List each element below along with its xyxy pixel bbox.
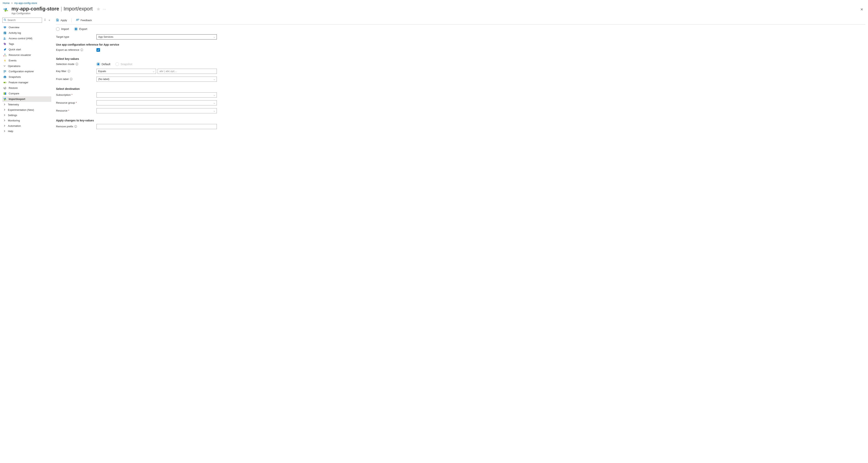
sidebar-item-label: Tags: [9, 42, 14, 46]
sidebar-group-operations[interactable]: Operations: [2, 63, 51, 69]
sidebar-item-import-export[interactable]: Import/export: [2, 96, 51, 102]
sidebar-item-label: Restore: [9, 86, 18, 89]
command-label: Feedback: [81, 19, 92, 22]
svg-rect-17: [5, 71, 6, 72]
sidebar-item-restore[interactable]: Restore: [2, 85, 51, 91]
sidebar-item-activity-log[interactable]: Activity log: [2, 30, 51, 36]
subscription-label: Subscription*: [56, 93, 96, 96]
info-icon[interactable]: i: [70, 78, 72, 80]
sidebar-expand-icon[interactable]: [43, 19, 47, 22]
chevron-right-icon: [3, 119, 6, 121]
svg-point-14: [4, 70, 4, 71]
sidebar-group-label: Experimentation (New): [8, 108, 34, 111]
mode-import-radio[interactable]: Import: [56, 27, 69, 31]
sidebar-item-label: Activity log: [9, 31, 21, 34]
sidebar-item-label: Snapshots: [9, 76, 21, 78]
apply-changes-heading: Apply changes to key-values: [56, 119, 273, 122]
sidebar-search-input[interactable]: [7, 19, 41, 22]
compare-icon: [3, 92, 7, 95]
sidebar-item-events[interactable]: Events: [2, 58, 51, 63]
resource-group-select[interactable]: ⌵: [96, 100, 217, 106]
command-bar: Apply Feedback: [56, 17, 865, 25]
chevron-right-icon: [3, 114, 6, 116]
info-icon[interactable]: i: [74, 125, 77, 128]
svg-point-11: [4, 54, 5, 55]
apply-button[interactable]: Apply: [56, 19, 67, 22]
sidebar-item-configuration-explorer[interactable]: Configuration explorer: [2, 69, 51, 74]
breadcrumb: Home > my-app-config-store: [0, 0, 868, 5]
more-actions-icon[interactable]: ···: [103, 8, 106, 11]
sidebar-group-monitoring[interactable]: Monitoring: [2, 118, 51, 123]
sidebar-group-label: Help: [8, 130, 13, 133]
mode-export-radio[interactable]: Export: [74, 27, 87, 31]
sidebar-group-settings[interactable]: Settings: [2, 113, 51, 118]
sidebar-item-snapshots[interactable]: Snapshots: [2, 74, 51, 80]
chevron-down-icon: ⌵: [214, 78, 215, 81]
resource-select[interactable]: ⌵: [96, 108, 217, 113]
sidebar-item-feature-manager[interactable]: Feature manager: [2, 80, 51, 85]
resource-sidebar: « Overview Activity log Access control (…: [0, 17, 51, 138]
chevron-right-icon: [3, 125, 6, 127]
save-icon: [56, 19, 59, 22]
sidebar-item-resource-visualizer[interactable]: Resource visualizer: [2, 52, 51, 58]
from-label-label: From label i: [56, 78, 96, 81]
feature-manager-icon: [3, 81, 7, 84]
svg-rect-3: [4, 28, 5, 28]
sidebar-item-label: Feature manager: [9, 81, 28, 84]
subscription-select[interactable]: ⌵: [96, 92, 217, 97]
favorite-star-icon[interactable]: ☆: [97, 7, 100, 11]
chevron-down-icon: ⌵: [214, 35, 215, 38]
selection-mode-label: Selection mode i: [56, 63, 96, 65]
chevron-right-icon: [3, 109, 6, 111]
remove-prefix-label: Remove prefix i: [56, 125, 96, 128]
overview-icon: [3, 26, 7, 29]
from-label-select[interactable]: (No label) ⌵: [96, 77, 217, 82]
tags-icon: [3, 42, 7, 46]
import-export-icon: [3, 97, 7, 101]
selection-mode-snapshot-radio: Snapshot: [115, 62, 132, 66]
svg-rect-2: [4, 26, 6, 28]
selection-mode-default-radio[interactable]: Default: [96, 62, 110, 66]
sidebar-search[interactable]: [2, 18, 42, 23]
info-icon[interactable]: i: [68, 70, 70, 73]
sidebar-item-label: Import/export: [9, 97, 25, 100]
sidebar-collapse-icon[interactable]: «: [48, 19, 51, 22]
sidebar-item-access-control[interactable]: Access control (IAM): [2, 36, 51, 41]
sidebar-group-label: Operations: [8, 64, 21, 67]
svg-rect-20: [4, 76, 5, 77]
chevron-right-icon: [3, 130, 6, 132]
sidebar-item-compare[interactable]: Compare: [2, 91, 51, 96]
select-destination-heading: Select destination: [56, 87, 273, 90]
search-icon: [4, 19, 6, 22]
export-as-reference-checkbox[interactable]: [96, 48, 100, 52]
toolbar-separator: [71, 18, 72, 22]
remove-prefix-input[interactable]: [96, 124, 217, 129]
sidebar-item-overview[interactable]: Overview: [2, 25, 51, 30]
breadcrumb-home[interactable]: Home: [3, 2, 10, 4]
events-icon: [3, 59, 7, 62]
quick-start-icon: [3, 48, 7, 51]
info-icon[interactable]: i: [75, 63, 78, 65]
resource-name: my-app-config-store: [11, 6, 59, 12]
sidebar-group-telemetry[interactable]: Telemetry: [2, 102, 51, 107]
sidebar-item-quick-start[interactable]: Quick start: [2, 47, 51, 52]
sidebar-group-experimentation[interactable]: Experimentation (New): [2, 107, 51, 113]
svg-rect-5: [4, 32, 6, 33]
breadcrumb-resource[interactable]: my-app-config-store: [14, 2, 37, 4]
key-filter-operator-select[interactable]: Equals ⌵: [96, 69, 156, 74]
close-blade-button[interactable]: ✕: [858, 6, 865, 13]
svg-point-18: [4, 72, 4, 73]
radio-label: Snapshot: [121, 63, 132, 66]
sidebar-group-automation[interactable]: Automation: [2, 123, 51, 128]
resource-group-label: Resource group*: [56, 101, 96, 104]
key-filter-value-input[interactable]: [158, 69, 217, 74]
radio-label: Import: [61, 27, 69, 31]
sidebar-group-help[interactable]: Help: [2, 128, 51, 134]
target-type-select[interactable]: App Services ⌵: [96, 34, 217, 39]
svg-point-21: [4, 77, 5, 78]
feedback-button[interactable]: Feedback: [76, 19, 92, 22]
select-value: App Services: [98, 35, 114, 38]
info-icon[interactable]: i: [81, 49, 83, 51]
select-key-values-heading: Select key-values: [56, 57, 273, 60]
sidebar-item-tags[interactable]: Tags: [2, 41, 51, 47]
